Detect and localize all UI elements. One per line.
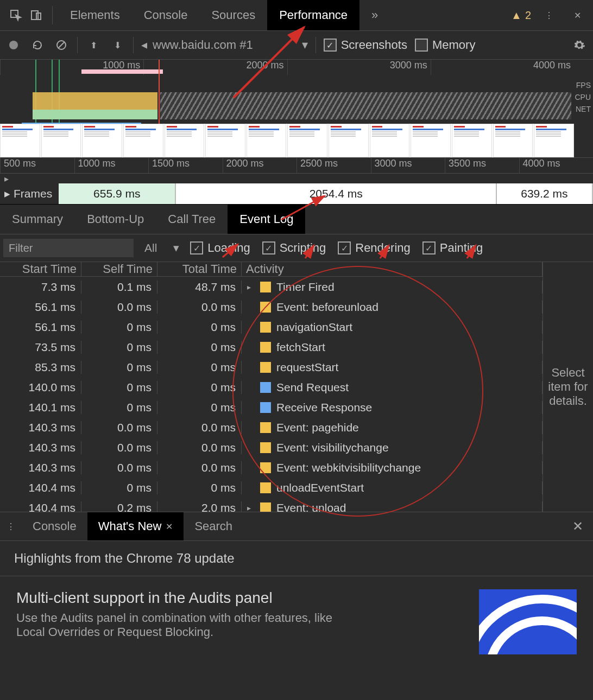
warnings-badge[interactable]: ▲ 2 [511,9,531,22]
device-toolbar-icon[interactable] [26,5,47,26]
close-devtools-icon[interactable]: ✕ [567,5,588,26]
filmstrip-frame[interactable] [123,124,163,157]
filmstrip-frame[interactable] [0,124,40,157]
filmstrip-frame[interactable] [165,124,205,157]
filmstrip-frame[interactable] [82,124,122,157]
overview-tick: 4000 ms [533,60,571,71]
filmstrip-frame[interactable] [493,124,533,157]
perf-toolbar: ⬆ ⬇ ◂ www.baidu.com #1 ▾ ✓ Screenshots M… [0,31,593,60]
filmstrip[interactable]: document.write(Array.from({length:14}).m… [0,124,574,157]
table-row[interactable]: 140.1 ms0 ms0 msReceive Response [0,397,542,417]
expand-icon[interactable]: ▸ [247,504,255,512]
table-row[interactable]: 7.3 ms0.1 ms48.7 ms▸Timer Fired [0,277,542,297]
filmstrip-frame[interactable] [247,124,287,157]
frame-block[interactable]: 639.2 ms [497,183,593,204]
filmstrip-frame[interactable] [452,124,492,157]
col-totaltime[interactable]: Total Time [157,262,242,276]
filmstrip-frame[interactable] [41,124,81,157]
drawer-tab-search[interactable]: Search [184,512,243,540]
expand-icon[interactable]: ▸ [247,283,255,291]
tab-performance[interactable]: Performance [267,0,359,30]
whatsnew-body: Multi-client support in the Audits panel… [0,576,593,667]
category-swatch [260,382,271,393]
col-activity[interactable]: Activity [242,262,542,276]
more-menu-icon[interactable]: ⋮ [539,5,559,26]
category-swatch [260,462,271,473]
filmstrip-frame[interactable] [411,124,451,157]
capture-target-select[interactable]: ◂ www.baidu.com #1 ▾ [141,38,308,52]
tab-eventlog[interactable]: Event Log [228,205,305,234]
clear-button[interactable] [53,37,70,53]
screenshots-checkbox[interactable]: ✓ Screenshots [324,38,407,52]
filmstrip-frame[interactable] [287,124,327,157]
overview-strip[interactable]: 1000 ms 2000 ms 3000 ms 4000 ms FPS CPU … [0,60,593,158]
ruler-tick: 2000 ms [223,158,297,173]
filmstrip-frame[interactable] [329,124,369,157]
drawer-tab-console[interactable]: Console [22,512,87,540]
frame-block[interactable]: 2054.4 ms [176,183,496,204]
tab-calltree[interactable]: Call Tree [156,205,228,234]
details-placeholder: Select item for details. [542,262,593,512]
filter-input[interactable]: Filter [3,239,134,257]
memory-checkbox[interactable]: Memory [415,38,475,52]
frame-block[interactable]: 655.9 ms [59,183,176,204]
category-select[interactable]: All ▾ [134,241,190,254]
fps-label: FPS [575,79,591,91]
cell-total: 0.0 ms [157,441,242,454]
filmstrip-frame[interactable] [370,124,410,157]
filter-painting[interactable]: ✓Painting [422,241,483,255]
reload-record-button[interactable] [29,37,46,53]
filmstrip-frame[interactable] [534,124,574,157]
category-swatch [260,402,271,413]
network-track[interactable]: ▸ [0,174,593,183]
table-row[interactable]: 140.4 ms0 ms0 msunloadEventStart [0,478,542,498]
save-profile-icon[interactable]: ⬇ [109,37,125,53]
tab-sources[interactable]: Sources [199,0,267,30]
cell-total: 48.7 ms [157,281,242,294]
expand-icon[interactable]: ▸ [4,187,10,200]
table-row[interactable]: 140.3 ms0.0 ms0.0 msEvent: webkitvisibil… [0,457,542,478]
overview-tick: 2000 ms [246,60,283,71]
close-icon[interactable]: ✕ [166,521,173,532]
record-button[interactable] [5,37,22,53]
frames-track[interactable]: ▸Frames 655.9 ms 2054.4 ms 639.2 ms [0,183,593,205]
drawer-close-icon[interactable]: ✕ [563,519,593,534]
cell-start: 140.1 ms [0,401,81,414]
tab-bottomup[interactable]: Bottom-Up [75,205,156,234]
tab-console[interactable]: Console [132,0,200,30]
tabs-overflow[interactable]: » [359,0,390,30]
settings-icon[interactable] [571,37,588,53]
inspect-icon[interactable] [5,5,26,26]
tab-elements[interactable]: Elements [58,0,132,30]
timeline-ruler[interactable]: 500 ms 1000 ms 1500 ms 2000 ms 2500 ms 3… [0,158,593,174]
table-row[interactable]: 140.4 ms0.2 ms2.0 ms▸Event: unload [0,498,542,512]
activity-label: Event: webkitvisibilitychange [276,461,421,474]
warnings-count: 2 [525,9,531,22]
drawer-more-icon[interactable]: ⋮ [0,521,22,532]
cell-self: 0 ms [81,361,157,374]
table-row[interactable]: 140.3 ms0.0 ms0.0 msEvent: pagehide [0,417,542,437]
filter-rendering[interactable]: ✓Rendering [338,241,411,255]
memory-label: Memory [432,38,475,52]
warning-icon: ▲ [511,9,522,22]
category-swatch [260,322,271,333]
cell-start: 73.5 ms [0,341,81,354]
cell-total: 0.0 ms [157,461,242,474]
activity-label: unloadEventStart [276,481,364,494]
table-row[interactable]: 73.5 ms0 ms0 msfetchStart [0,337,542,357]
cell-activity: fetchStart [242,341,542,354]
col-starttime[interactable]: Start Time [0,262,81,276]
table-row[interactable]: 140.0 ms0 ms0 msSend Request [0,377,542,397]
table-row[interactable]: 56.1 ms0.0 ms0.0 msEvent: beforeunload [0,297,542,317]
load-profile-icon[interactable]: ⬆ [85,37,102,53]
tab-summary[interactable]: Summary [0,205,75,234]
whatsnew-heading: Highlights from the Chrome 78 update [0,541,593,576]
filter-loading[interactable]: ✓Loading [190,241,250,255]
filter-scripting[interactable]: ✓Scripting [262,241,326,255]
drawer-tab-whatsnew[interactable]: What's New ✕ [87,512,184,540]
table-row[interactable]: 85.3 ms0 ms0 msrequestStart [0,357,542,377]
filmstrip-frame[interactable] [205,124,245,157]
table-row[interactable]: 140.3 ms0.0 ms0.0 msEvent: visibilitycha… [0,437,542,457]
col-selftime[interactable]: Self Time [81,262,157,276]
table-row[interactable]: 56.1 ms0 ms0 msnavigationStart [0,317,542,337]
